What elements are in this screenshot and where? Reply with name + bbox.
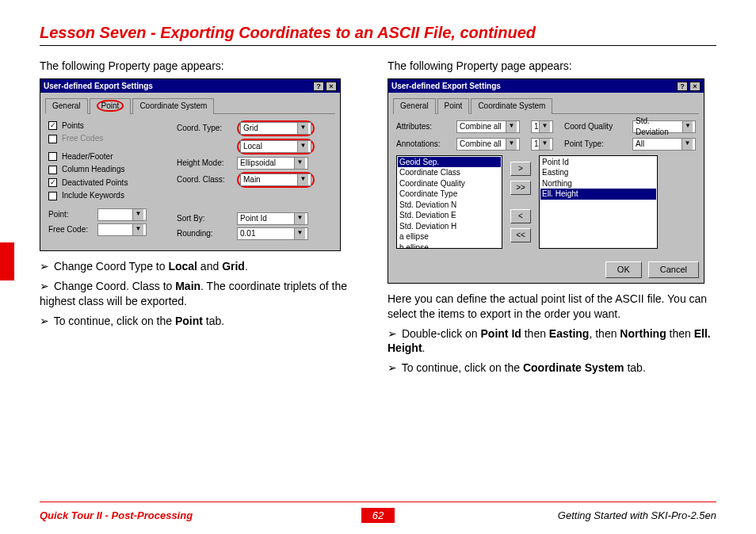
coord-class-field[interactable]: Main▼ (240, 174, 311, 186)
chk-free-codes[interactable] (48, 135, 57, 143)
remove-all-button[interactable]: << (510, 228, 531, 242)
add-all-button[interactable]: >> (510, 181, 531, 195)
left-bullet-2: Change Coord. Class to Main. The coordin… (40, 279, 368, 309)
list-item[interactable]: Geoid Sep. (398, 157, 501, 168)
list-item[interactable]: Std. Deviation E (398, 210, 501, 221)
list-item[interactable]: Coordinate Class (398, 167, 501, 178)
chk-column-headings[interactable] (48, 166, 57, 174)
tab-coordinate-system[interactable]: Coordinate System (132, 98, 214, 114)
ok-button[interactable]: OK (605, 261, 642, 278)
help-button[interactable]: ? (313, 82, 324, 91)
list-item[interactable]: Std. Deviation N (398, 200, 501, 211)
chk-deactivated[interactable]: ✓ (48, 178, 57, 187)
tab-point[interactable]: Point (90, 98, 132, 114)
sortby-field[interactable]: Point Id▼ (237, 212, 308, 225)
right-bullet-1: Double-click on Point Id then Easting, t… (388, 326, 716, 357)
dialog2-title: User-defined Export Settings (391, 81, 501, 92)
tab2-general[interactable]: General (393, 98, 436, 114)
right-column: The following Property page appears: Use… (388, 54, 716, 380)
point-field[interactable]: ▼ (97, 208, 147, 221)
left-bullet-3: To continue, click on the Point tab. (40, 314, 368, 329)
footer-page-number: 62 (361, 508, 395, 523)
ann-n[interactable]: 1▼ (531, 138, 553, 151)
available-list[interactable]: Geoid Sep. Coordinate Class Coordinate Q… (396, 155, 502, 249)
list-item[interactable]: Coordinate Type (398, 189, 501, 200)
help-button-2[interactable]: ? (677, 82, 688, 91)
height-mode-field[interactable]: Ellipsoidal▼ (237, 157, 308, 170)
page-title: Lesson Seven - Exporting Coordinates to … (40, 24, 716, 42)
rounding-field[interactable]: 0.01▼ (237, 227, 308, 240)
list-item[interactable]: b ellipse (398, 242, 501, 249)
footer-right: Getting Started with SKI-Pro-2.5en (395, 509, 716, 521)
coord-type-grid[interactable]: Grid▼ (240, 122, 311, 135)
freecode-field[interactable]: ▼ (97, 223, 147, 236)
list-item[interactable]: Easting (540, 167, 656, 178)
tab2-point[interactable]: Point (437, 98, 470, 114)
list-item[interactable]: Point Id (540, 157, 656, 168)
add-button[interactable]: > (510, 162, 531, 176)
chk-header-footer[interactable] (48, 152, 57, 161)
list-item[interactable]: Coordinate Quality (398, 178, 501, 189)
close-button[interactable]: × (326, 82, 337, 91)
dialog-titlebar: User-defined Export Settings ? × (40, 79, 340, 93)
footer-rule (40, 502, 716, 502)
close-button-2[interactable]: × (689, 82, 701, 91)
title-rule (40, 45, 716, 46)
cancel-button[interactable]: Cancel (648, 261, 699, 278)
tab-general[interactable]: General (45, 98, 88, 114)
dialog2-tabs: General Point Coordinate System (393, 97, 699, 114)
tab2-coordinate-system[interactable]: Coordinate System (471, 98, 552, 114)
chk-include-keywords[interactable] (48, 192, 57, 200)
left-intro: The following Property page appears: (40, 59, 368, 74)
right-intro: The following Property page appears: (388, 59, 716, 74)
list-item[interactable]: Ell. Height (540, 189, 656, 200)
dialog-point: User-defined Export Settings ? × General… (388, 78, 704, 284)
dialog-title: User-defined Export Settings (44, 81, 153, 92)
right-paragraph: Here you can define the actual point lis… (388, 292, 716, 322)
dialog2-titlebar: User-defined Export Settings ? × (388, 79, 704, 93)
left-column: The following Property page appears: Use… (40, 54, 368, 380)
list-item[interactable]: a ellipse (398, 231, 501, 242)
dialog-general: User-defined Export Settings ? × General… (40, 78, 341, 251)
chosen-list[interactable]: Point Id Easting Northing Ell. Height (539, 155, 658, 249)
coord-quality-field[interactable]: Std. Deviation▼ (632, 120, 696, 133)
attributes-field[interactable]: Combine all▼ (456, 120, 520, 133)
dialog-tabs: General Point Coordinate System (45, 97, 335, 114)
remove-button[interactable]: < (510, 209, 531, 223)
footer-left: Quick Tour II - Post-Processing (40, 509, 361, 521)
list-item[interactable]: Northing (540, 178, 656, 189)
list-item[interactable]: Std. Deviation H (398, 221, 501, 232)
footer: Quick Tour II - Post-Processing 62 Getti… (40, 508, 716, 523)
attr-n[interactable]: 1▼ (531, 120, 553, 133)
point-type-field[interactable]: All▼ (632, 138, 696, 151)
coord-type-local[interactable]: Local▼ (240, 140, 311, 153)
chk-points[interactable]: ✓ (48, 121, 57, 130)
left-bullet-1: Change Coord Type to Local and Grid. (40, 259, 368, 274)
side-red-tab (0, 242, 14, 280)
right-bullet-2: To continue, click on the Coordinate Sys… (388, 360, 716, 376)
annotations-field[interactable]: Combine all▼ (456, 138, 520, 151)
